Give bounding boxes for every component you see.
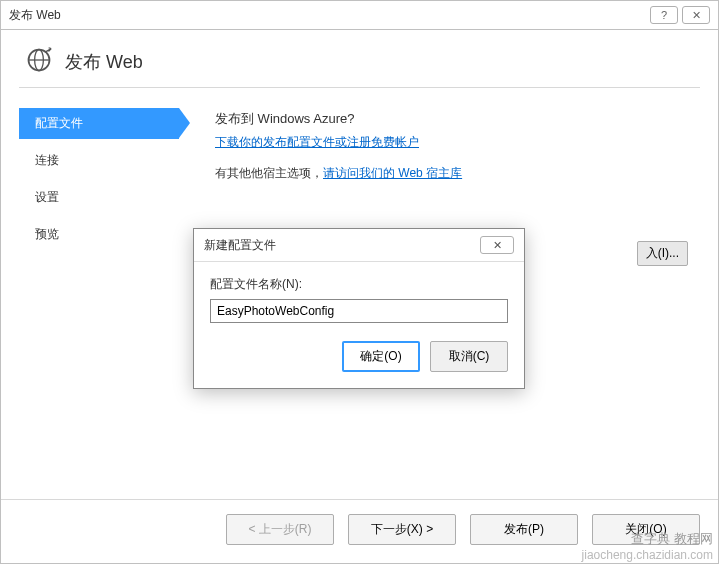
close-window-button[interactable]: ✕ xyxy=(682,6,710,24)
dialog-title: 新建配置文件 xyxy=(204,237,480,254)
sidebar: 配置文件 连接 设置 预览 xyxy=(19,104,179,256)
sidebar-item-label: 配置文件 xyxy=(35,116,83,130)
web-host-library-link[interactable]: 请访问我们的 Web 宿主库 xyxy=(323,166,462,180)
azure-heading: 发布到 Windows Azure? xyxy=(215,110,700,128)
cancel-button[interactable]: 取消(C) xyxy=(430,341,508,372)
page-title: 发布 Web xyxy=(65,50,143,74)
window-body: 发布 Web 配置文件 连接 设置 预览 发布到 Windows Azure? … xyxy=(0,30,719,564)
ok-button[interactable]: 确定(O) xyxy=(342,341,420,372)
dialog-titlebar: 新建配置文件 ✕ xyxy=(194,229,524,262)
import-button[interactable]: 入(I)... xyxy=(637,241,688,266)
footer: < 上一步(R) 下一步(X) > 发布(P) 关闭(O) xyxy=(1,499,718,563)
window-title: 发布 Web xyxy=(9,7,646,24)
other-host-line: 有其他他宿主选项，请访问我们的 Web 宿主库 xyxy=(215,165,700,182)
titlebar: 发布 Web ? ✕ xyxy=(0,0,719,30)
sidebar-item-label: 设置 xyxy=(35,190,59,204)
next-button[interactable]: 下一步(X) > xyxy=(348,514,456,545)
dialog-buttons: 确定(O) 取消(C) xyxy=(210,341,508,372)
help-button[interactable]: ? xyxy=(650,6,678,24)
new-profile-dialog: 新建配置文件 ✕ 配置文件名称(N): 确定(O) 取消(C) xyxy=(193,228,525,389)
dialog-body: 配置文件名称(N): 确定(O) 取消(C) xyxy=(194,262,524,388)
profile-name-input[interactable] xyxy=(210,299,508,323)
publish-button[interactable]: 发布(P) xyxy=(470,514,578,545)
globe-icon xyxy=(25,46,53,77)
sidebar-item-connection[interactable]: 连接 xyxy=(19,145,179,176)
sidebar-item-label: 连接 xyxy=(35,153,59,167)
sidebar-item-profile[interactable]: 配置文件 xyxy=(19,108,179,139)
sidebar-item-label: 预览 xyxy=(35,227,59,241)
header: 发布 Web xyxy=(1,30,718,87)
divider xyxy=(19,87,700,88)
prev-button: < 上一步(R) xyxy=(226,514,334,545)
close-button[interactable]: 关闭(O) xyxy=(592,514,700,545)
sidebar-item-settings[interactable]: 设置 xyxy=(19,182,179,213)
dialog-close-button[interactable]: ✕ xyxy=(480,236,514,254)
profile-name-label: 配置文件名称(N): xyxy=(210,276,508,293)
download-profile-link[interactable]: 下载你的发布配置文件或注册免费帐户 xyxy=(215,134,419,151)
sidebar-item-preview[interactable]: 预览 xyxy=(19,219,179,250)
other-host-text: 有其他他宿主选项， xyxy=(215,166,323,180)
